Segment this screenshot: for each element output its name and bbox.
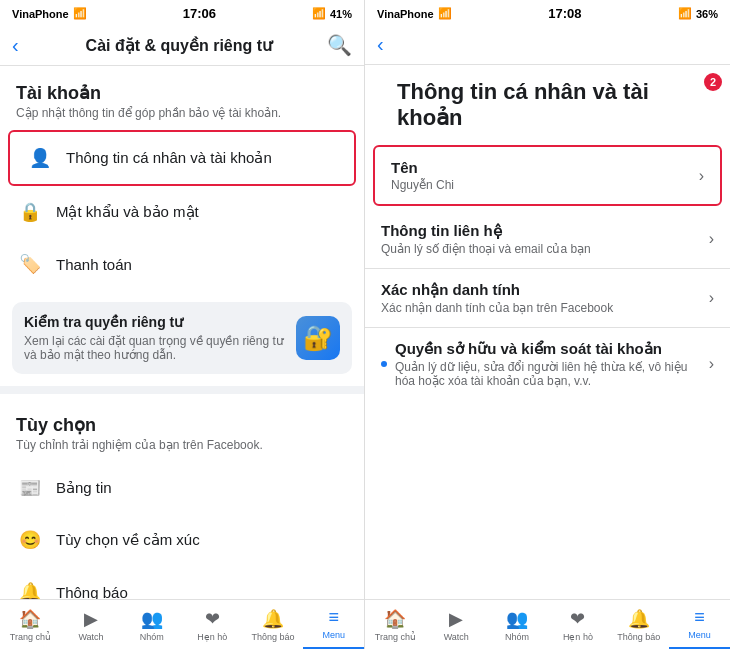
- nav-home-label-left: Trang chủ: [10, 632, 51, 642]
- notif-icon-right: 🔔: [628, 608, 650, 630]
- back-button-right[interactable]: ‹: [377, 33, 384, 56]
- badge-2: 2: [704, 73, 722, 91]
- menu-item-label-payment: Thanh toán: [56, 256, 132, 273]
- nav-menu-right[interactable]: ≡ Menu: [669, 600, 730, 649]
- notif-icon-left: 🔔: [262, 608, 284, 630]
- scroll-content-left: Tài khoản Cập nhật thông tin để góp phần…: [0, 66, 364, 599]
- person-icon: 👤: [26, 144, 54, 172]
- nav-dating-left[interactable]: ❤ Hẹn hò: [182, 600, 243, 649]
- nav-watch-right[interactable]: ▶ Watch: [426, 600, 487, 649]
- right-panel: VinaPhone 📶 17:08 📶 36% ‹ Thông tin cá n…: [365, 0, 730, 649]
- groups-icon-right: 👥: [506, 608, 528, 630]
- menu-item-news[interactable]: 📰 Bảng tin: [0, 462, 364, 514]
- nav-title-left: Cài đặt & quyền riêng tư: [31, 36, 327, 55]
- menu-item-label-emotion: Tùy chọn về cảm xúc: [56, 531, 200, 549]
- info-item-ownership-title: Quyền sở hữu và kiểm soát tài khoản: [395, 340, 709, 358]
- wifi-icon-right: 📶: [438, 7, 452, 20]
- watch-icon-right: ▶: [449, 608, 463, 630]
- info-item-ownership[interactable]: Quyền sở hữu và kiểm soát tài khoản Quản…: [365, 328, 730, 400]
- groups-icon-left: 👥: [141, 608, 163, 630]
- privacy-card[interactable]: Kiểm tra quyền riêng tư Xem lại các cài …: [12, 302, 352, 374]
- nav-groups-label-left: Nhóm: [140, 632, 164, 642]
- back-button-left[interactable]: ‹: [12, 34, 19, 57]
- menu-icon-right: ≡: [694, 607, 705, 628]
- bell-icon: 🔔: [16, 578, 44, 599]
- info-item-contact-subtitle: Quản lý số điện thoại và email của bạn: [381, 242, 709, 256]
- nav-menu-left[interactable]: ≡ Menu: [303, 600, 364, 649]
- status-right-right: 📶 36%: [678, 7, 718, 20]
- battery-icon-right: 📶: [678, 7, 692, 20]
- status-bar-left: VinaPhone 📶 17:06 📶 41%: [0, 0, 364, 25]
- nav-notif-label-right: Thông báo: [617, 632, 660, 642]
- nav-groups-label-right: Nhóm: [505, 632, 529, 642]
- page-title-right: Thông tin cá nhân và tài khoản: [381, 65, 714, 145]
- info-item-name[interactable]: Tên Nguyễn Chi ›: [375, 147, 720, 204]
- info-item-name-title: Tên: [391, 159, 699, 176]
- nav-watch-label-left: Watch: [78, 632, 103, 642]
- custom-section-title: Tùy chọn: [0, 398, 364, 438]
- nav-bar-left: ‹ Cài đặt & quyền riêng tư 🔍: [0, 25, 364, 66]
- nav-home-left[interactable]: 🏠 Trang chủ: [0, 600, 61, 649]
- info-item-identity-title: Xác nhận danh tính: [381, 281, 709, 299]
- nav-notif-label-left: Thông báo: [252, 632, 295, 642]
- time-right: 17:08: [548, 6, 581, 21]
- account-section-title: Tài khoản: [0, 66, 364, 106]
- status-right-left: 📶 41%: [312, 7, 352, 20]
- menu-item-label-personal: Thông tin cá nhân và tài khoản: [66, 149, 272, 167]
- nav-dating-right[interactable]: ❤ Hẹn hò: [547, 600, 608, 649]
- nav-bar-right: ‹: [365, 25, 730, 65]
- carrier-left: VinaPhone: [12, 8, 69, 20]
- status-left: VinaPhone 📶: [12, 7, 87, 20]
- nav-dating-label-left: Hẹn hò: [197, 632, 227, 642]
- bottom-nav-right: 🏠 Trang chủ ▶ Watch 👥 Nhóm ❤ Hẹn hò 🔔 Th…: [365, 599, 730, 649]
- info-item-name-subtitle: Nguyễn Chi: [391, 178, 699, 192]
- wifi-icon: 📶: [73, 7, 87, 20]
- chevron-icon-ownership: ›: [709, 355, 714, 373]
- info-item-contact-title: Thông tin liên hệ: [381, 222, 709, 240]
- scroll-content-right: Tên Nguyễn Chi › Thông tin liên hệ Quản …: [365, 145, 730, 599]
- nav-watch-left[interactable]: ▶ Watch: [61, 600, 122, 649]
- nav-notification-left[interactable]: 🔔 Thông báo: [243, 600, 304, 649]
- menu-item-label-password: Mật khẩu và bảo mật: [56, 203, 199, 221]
- time-left: 17:06: [183, 6, 216, 21]
- menu-item-emotion[interactable]: 😊 Tùy chọn về cảm xúc: [0, 514, 364, 566]
- nav-notification-right[interactable]: 🔔 Thông báo: [608, 600, 669, 649]
- status-bar-right: VinaPhone 📶 17:08 📶 36%: [365, 0, 730, 25]
- news-icon: 📰: [16, 474, 44, 502]
- home-icon-right: 🏠: [384, 608, 406, 630]
- nav-groups-right[interactable]: 👥 Nhóm: [487, 600, 548, 649]
- emotion-icon: 😊: [16, 526, 44, 554]
- info-item-identity[interactable]: Xác nhận danh tính Xác nhận danh tính củ…: [365, 269, 730, 328]
- menu-item-notification[interactable]: 🔔 Thông báo: [0, 566, 364, 599]
- menu-item-payment[interactable]: 🏷️ Thanh toán: [0, 238, 364, 290]
- menu-icon-left: ≡: [328, 607, 339, 628]
- left-panel: VinaPhone 📶 17:06 📶 41% ‹ Cài đặt & quyề…: [0, 0, 365, 649]
- menu-item-label-notification: Thông báo: [56, 584, 128, 600]
- payment-icon: 🏷️: [16, 250, 44, 278]
- nav-home-label-right: Trang chủ: [375, 632, 416, 642]
- nav-home-right[interactable]: 🏠 Trang chủ: [365, 600, 426, 649]
- nav-watch-label-right: Watch: [444, 632, 469, 642]
- nav-groups-left[interactable]: 👥 Nhóm: [121, 600, 182, 649]
- ownership-dot: [381, 361, 387, 367]
- chevron-icon-contact: ›: [709, 230, 714, 248]
- divider-1: [0, 386, 364, 394]
- chevron-icon-name: ›: [699, 167, 704, 185]
- status-left-right: VinaPhone 📶: [377, 7, 452, 20]
- nav-dating-label-right: Hẹn hò: [563, 632, 593, 642]
- battery-icon-left: 📶: [312, 7, 326, 20]
- info-item-contact[interactable]: Thông tin liên hệ Quản lý số điện thoại …: [365, 210, 730, 269]
- menu-item-password[interactable]: 🔒 Mật khẩu và bảo mật: [0, 186, 364, 238]
- battery-right: 36%: [696, 8, 718, 20]
- lock-icon: 🔒: [16, 198, 44, 226]
- privacy-card-text: Kiểm tra quyền riêng tư Xem lại các cài …: [24, 314, 284, 362]
- info-item-ownership-content: Quyền sở hữu và kiểm soát tài khoản Quản…: [395, 340, 709, 388]
- info-item-ownership-subtitle: Quản lý dữ liệu, sửa đổi người liên hệ t…: [395, 360, 709, 388]
- menu-item-personal-info[interactable]: 👤 Thông tin cá nhân và tài khoản: [8, 130, 356, 186]
- search-button-left[interactable]: 🔍: [327, 33, 352, 57]
- carrier-right: VinaPhone: [377, 8, 434, 20]
- dating-icon-left: ❤: [205, 608, 220, 630]
- privacy-card-title: Kiểm tra quyền riêng tư: [24, 314, 284, 330]
- chevron-icon-identity: ›: [709, 289, 714, 307]
- info-item-name-content: Tên Nguyễn Chi: [391, 159, 699, 192]
